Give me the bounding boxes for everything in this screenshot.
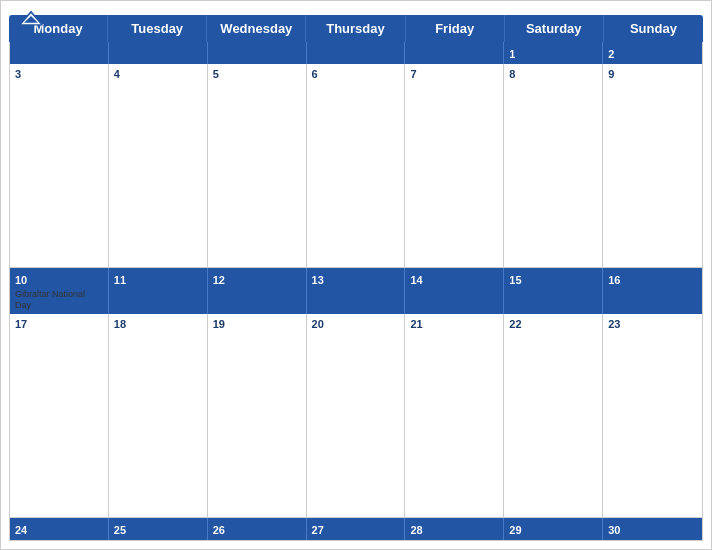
day-cell-2: 2 (603, 42, 702, 64)
day-cell-21: 21 (405, 314, 504, 517)
week-row-2: 10Gibraltar National Day111213141516 (10, 268, 702, 314)
day-number: 18 (114, 317, 202, 331)
day-cell-7: 7 (405, 64, 504, 267)
day-number: 9 (608, 67, 697, 81)
day-number: 16 (608, 273, 697, 287)
weeks-container: 12345678910Gibraltar National Day1112131… (9, 42, 703, 541)
day-header-saturday: Saturday (505, 15, 604, 42)
day-number: 25 (114, 523, 202, 537)
day-cell-1: 1 (504, 42, 603, 64)
day-number: 8 (509, 67, 597, 81)
day-cell-8: 8 (504, 64, 603, 267)
day-cell-30: 30 (603, 518, 702, 540)
day-cell-6: 6 (307, 64, 406, 267)
event-text: Gibraltar National Day (15, 289, 103, 311)
day-cell-11: 11 (109, 268, 208, 314)
day-cell-27: 27 (307, 518, 406, 540)
day-number: 13 (312, 273, 400, 287)
day-number: 30 (608, 523, 697, 537)
day-cell-19: 19 (208, 314, 307, 517)
logo-icon (17, 9, 45, 27)
day-number: 14 (410, 273, 498, 287)
day-cell-15: 15 (504, 268, 603, 314)
day-number: 1 (509, 47, 597, 61)
day-number: 17 (15, 317, 103, 331)
day-number: 5 (213, 67, 301, 81)
day-cell-20: 20 (307, 314, 406, 517)
calendar: MondayTuesdayWednesdayThursdayFridaySatu… (0, 0, 712, 550)
day-number: 24 (15, 523, 103, 537)
day-number: 21 (410, 317, 498, 331)
day-number: 27 (312, 523, 400, 537)
logo (17, 9, 45, 27)
day-cell-empty (307, 42, 406, 64)
week-row-0: 12 (10, 42, 702, 64)
day-number: 19 (213, 317, 301, 331)
day-cell-29: 29 (504, 518, 603, 540)
day-number: 2 (608, 47, 697, 61)
day-cell-10: 10Gibraltar National Day (10, 268, 109, 314)
day-number: 11 (114, 273, 202, 287)
day-number: 12 (213, 273, 301, 287)
day-number: 28 (410, 523, 498, 537)
calendar-header (1, 1, 711, 15)
day-cell-22: 22 (504, 314, 603, 517)
day-cell-23: 23 (603, 314, 702, 517)
calendar-grid: MondayTuesdayWednesdayThursdayFridaySatu… (1, 15, 711, 549)
day-cell-25: 25 (109, 518, 208, 540)
day-cell-16: 16 (603, 268, 702, 314)
day-header-wednesday: Wednesday (207, 15, 306, 42)
day-cell-empty (208, 42, 307, 64)
day-cell-17: 17 (10, 314, 109, 517)
day-cell-4: 4 (109, 64, 208, 267)
day-cell-empty (109, 42, 208, 64)
day-cell-13: 13 (307, 268, 406, 314)
week-row-1: 3456789 (10, 64, 702, 268)
day-cell-9: 9 (603, 64, 702, 267)
day-number: 22 (509, 317, 597, 331)
day-number: 23 (608, 317, 697, 331)
day-header-friday: Friday (406, 15, 505, 42)
day-cell-18: 18 (109, 314, 208, 517)
day-number: 4 (114, 67, 202, 81)
day-header-tuesday: Tuesday (108, 15, 207, 42)
day-number: 29 (509, 523, 597, 537)
day-cell-3: 3 (10, 64, 109, 267)
day-cell-empty (405, 42, 504, 64)
day-cell-26: 26 (208, 518, 307, 540)
day-cell-14: 14 (405, 268, 504, 314)
day-headers: MondayTuesdayWednesdayThursdayFridaySatu… (9, 15, 703, 42)
day-number: 26 (213, 523, 301, 537)
day-cell-empty (10, 42, 109, 64)
day-cell-12: 12 (208, 268, 307, 314)
day-cell-5: 5 (208, 64, 307, 267)
day-number: 7 (410, 67, 498, 81)
week-row-3: 17181920212223 (10, 314, 702, 518)
day-number: 10 (15, 273, 103, 287)
day-cell-28: 28 (405, 518, 504, 540)
day-cell-24: 24 (10, 518, 109, 540)
day-header-thursday: Thursday (306, 15, 405, 42)
day-number: 6 (312, 67, 400, 81)
day-number: 20 (312, 317, 400, 331)
day-header-sunday: Sunday (604, 15, 703, 42)
week-row-4: 24252627282930 (10, 518, 702, 540)
day-number: 3 (15, 67, 103, 81)
day-number: 15 (509, 273, 597, 287)
